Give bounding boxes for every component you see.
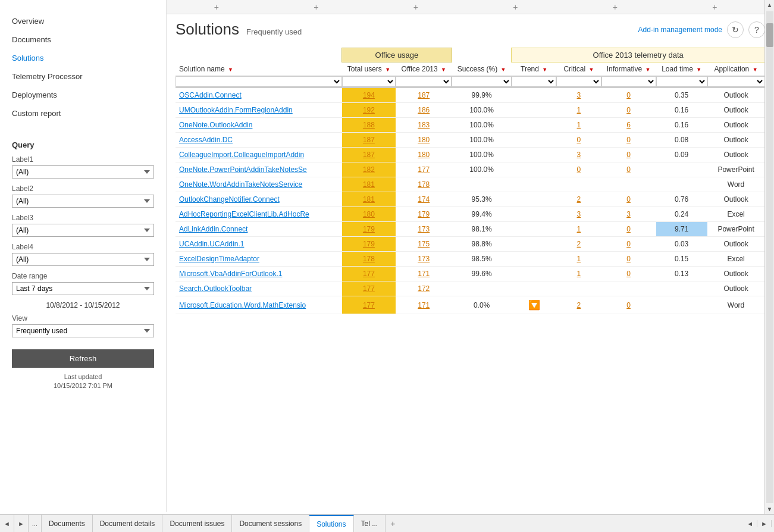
row-total-users[interactable]: 181 — [342, 177, 396, 192]
row-critical[interactable]: 1 — [556, 222, 601, 237]
filter-trend[interactable] — [512, 76, 556, 87]
row-critical[interactable] — [556, 281, 601, 296]
row-critical[interactable]: 1 — [556, 118, 601, 133]
row-critical[interactable]: 0 — [556, 162, 601, 177]
tab-tel[interactable]: Tel ... — [354, 515, 386, 532]
row-total-users[interactable]: 177 — [342, 296, 396, 314]
row-name[interactable]: UMOutlookAddin.FormRegionAddin — [176, 103, 342, 118]
row-name[interactable]: UCAddin.UCAddin.1 — [176, 237, 342, 252]
row-critical[interactable]: 3 — [556, 87, 601, 103]
row-total-users[interactable]: 180 — [342, 207, 396, 222]
row-informative[interactable]: 0 — [601, 162, 656, 177]
row-name[interactable]: Microsoft.Education.Word.MathExtensio — [176, 296, 342, 314]
filter-office2013[interactable] — [396, 76, 452, 87]
row-name[interactable]: OneNote.OutlookAddin — [176, 118, 342, 133]
tab-documents[interactable]: Documents — [42, 515, 93, 532]
filter-critical[interactable] — [556, 76, 601, 87]
row-total-users[interactable]: 178 — [342, 252, 396, 267]
row-office2013[interactable]: 177 — [396, 162, 452, 177]
row-total-users[interactable]: 187 — [342, 148, 396, 162]
tab-nav-dots[interactable]: ... — [29, 515, 42, 532]
row-informative[interactable]: 0 — [601, 133, 656, 148]
row-office2013[interactable]: 187 — [396, 87, 452, 103]
filter-name[interactable] — [176, 76, 342, 87]
row-office2013[interactable]: 183 — [396, 118, 452, 133]
label4-select[interactable]: (All) — [12, 253, 154, 266]
tab-nav-next[interactable]: ► — [14, 515, 29, 532]
col-critical[interactable]: Critical ▼ — [556, 62, 601, 76]
col-success[interactable]: Success (%) ▼ — [452, 62, 512, 76]
top-plus-1[interactable]: + — [214, 2, 219, 12]
tab-document-sessions[interactable]: Document sessions — [232, 515, 309, 532]
scroll-track[interactable] — [766, 11, 773, 503]
filter-application[interactable] — [707, 76, 765, 87]
row-name[interactable]: OneNote.WordAddinTakeNotesService — [176, 177, 342, 192]
row-informative[interactable]: 0 — [601, 87, 656, 103]
row-informative[interactable]: 0 — [601, 237, 656, 252]
tab-document-details[interactable]: Document details — [93, 515, 163, 532]
row-informative[interactable]: 0 — [601, 252, 656, 267]
col-informative[interactable]: Informative ▼ — [601, 62, 656, 76]
tab-document-issues[interactable]: Document issues — [162, 515, 232, 532]
refresh-icon-button[interactable]: ↻ — [727, 21, 744, 38]
row-name[interactable]: AccessAddin.DC — [176, 133, 342, 148]
col-office2013[interactable]: Office 2013 ▼ — [396, 62, 452, 76]
sidebar-item-telemetry-processor[interactable]: Telemetry Processor — [0, 67, 166, 86]
row-name[interactable]: ExcelDesignTimeAdaptor — [176, 252, 342, 267]
col-load-time[interactable]: Load time ▼ — [656, 62, 707, 76]
row-name[interactable]: OSCAddin.Connect — [176, 87, 342, 103]
add-in-management-link[interactable]: Add-in management mode — [638, 26, 722, 34]
row-office2013[interactable]: 172 — [396, 281, 452, 296]
date-range-select[interactable]: Last 7 days — [12, 282, 154, 295]
view-select[interactable]: Frequently used — [12, 324, 154, 337]
sidebar-item-deployments[interactable]: Deployments — [0, 86, 166, 104]
row-critical[interactable]: 3 — [556, 207, 601, 222]
row-total-users[interactable]: 177 — [342, 267, 396, 281]
row-office2013[interactable]: 171 — [396, 267, 452, 281]
row-critical[interactable]: 2 — [556, 192, 601, 207]
row-total-users[interactable]: 194 — [342, 87, 396, 103]
scroll-down-arrow[interactable]: ▼ — [765, 504, 774, 514]
label1-select[interactable]: (All) — [12, 165, 154, 179]
row-office2013[interactable]: 174 — [396, 192, 452, 207]
scroll-thumb[interactable] — [766, 23, 773, 47]
filter-success[interactable] — [452, 76, 512, 87]
tab-solutions[interactable]: Solutions — [309, 515, 353, 532]
row-name[interactable]: OneNote.PowerPointAddinTakeNotesSe — [176, 162, 342, 177]
row-name[interactable]: Microsoft.VbaAddinForOutlook.1 — [176, 267, 342, 281]
tab-scroll-left[interactable]: ◄ — [743, 520, 757, 527]
row-critical[interactable]: 0 — [556, 133, 601, 148]
row-name[interactable]: ColleagueImport.ColleagueImportAddin — [176, 148, 342, 162]
filter-total-users[interactable] — [342, 76, 396, 87]
row-critical[interactable]: 1 — [556, 267, 601, 281]
row-office2013[interactable]: 173 — [396, 252, 452, 267]
filter-load-time[interactable] — [656, 76, 707, 87]
row-name[interactable]: AdLinkAddin.Connect — [176, 222, 342, 237]
row-total-users[interactable]: 177 — [342, 281, 396, 296]
row-office2013[interactable]: 178 — [396, 177, 452, 192]
sidebar-item-overview[interactable]: Overview — [0, 12, 166, 30]
row-office2013[interactable]: 173 — [396, 222, 452, 237]
top-plus-2[interactable]: + — [314, 2, 318, 12]
col-application[interactable]: Application ▼ — [707, 62, 765, 76]
top-plus-3[interactable]: + — [413, 2, 418, 12]
tab-nav-prev[interactable]: ◄ — [0, 515, 14, 532]
row-critical[interactable]: 3 — [556, 148, 601, 162]
row-total-users[interactable]: 179 — [342, 222, 396, 237]
row-office2013[interactable]: 179 — [396, 207, 452, 222]
help-icon-button[interactable]: ? — [748, 21, 765, 38]
sidebar-item-custom-report[interactable]: Custom report — [0, 104, 166, 123]
row-office2013[interactable]: 180 — [396, 133, 452, 148]
col-total-users[interactable]: Total users ▼ — [342, 62, 396, 76]
row-critical[interactable]: 1 — [556, 103, 601, 118]
col-solution-name[interactable]: Solution name ▼ — [176, 62, 342, 76]
row-name[interactable]: OutlookChangeNotifier.Connect — [176, 192, 342, 207]
col-trend[interactable]: Trend ▼ — [512, 62, 556, 76]
filter-informative[interactable] — [601, 76, 656, 87]
row-informative[interactable] — [601, 177, 656, 192]
row-informative[interactable] — [601, 281, 656, 296]
row-total-users[interactable]: 182 — [342, 162, 396, 177]
row-office2013[interactable]: 186 — [396, 103, 452, 118]
top-plus-5[interactable]: + — [613, 2, 618, 12]
row-critical[interactable]: 1 — [556, 252, 601, 267]
